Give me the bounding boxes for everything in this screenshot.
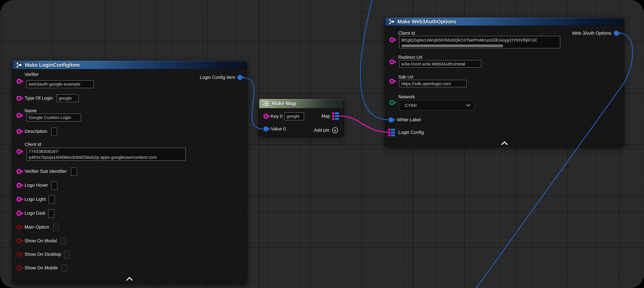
string-pin-logo-light[interactable] <box>16 197 22 202</box>
string-pin-sdk-url[interactable] <box>390 79 394 84</box>
node-header[interactable]: Make Map <box>259 99 343 108</box>
type-of-login-input[interactable]: google <box>56 94 78 102</box>
string-pin-verifier-sub-identifier[interactable] <box>16 169 22 174</box>
logo-light-input[interactable] <box>49 195 55 204</box>
string-pin-logo-hover[interactable] <box>16 183 22 188</box>
chevron-down-icon <box>466 104 470 107</box>
object-pin-white-label[interactable] <box>388 117 394 122</box>
string-pin-key0[interactable] <box>263 114 268 119</box>
pin-label-show-on-modal: Show On Modal <box>24 238 57 244</box>
main-option-checkbox[interactable] <box>53 224 59 231</box>
string-pin-description[interactable] <box>16 129 22 134</box>
node-make-loginconfigitem[interactable]: Make LoginConfigItem Verifier web3auth-g… <box>12 61 247 283</box>
string-pin-client-id[interactable] <box>390 37 394 42</box>
key0-input[interactable]: google <box>284 112 304 120</box>
name-input[interactable]: Google Custom Login <box>26 114 81 121</box>
pin-label-type-of-login: Type Of Login <box>24 95 53 101</box>
pin-label-network: Network <box>398 94 415 100</box>
blueprint-viewport: Make LoginConfigItem Verifier web3auth-g… <box>0 0 644 288</box>
string-pin-verifier[interactable] <box>16 79 22 84</box>
pin-label-key0: Key 0 <box>271 114 282 119</box>
output-pin-web3auth-options[interactable] <box>614 31 619 36</box>
sdk-url-input[interactable]: https://sdk.openlogin.com <box>399 80 466 87</box>
pin-label-name: Name <box>24 108 37 114</box>
bool-pin-main-option[interactable] <box>16 225 22 230</box>
verifier-sub-identifier-input[interactable] <box>71 168 77 176</box>
node-title: Make Web3AuthOptions <box>398 19 456 25</box>
network-dropdown[interactable]: CYAN <box>399 100 475 111</box>
string-pin-redirect-url[interactable] <box>390 59 394 64</box>
pin-label-client-id: Client Id <box>398 31 415 36</box>
pin-label-logo-dark: Logo Dark <box>24 210 46 216</box>
node-title: Make Map <box>272 101 296 107</box>
bool-pin-show-on-desktop[interactable] <box>16 252 22 257</box>
pin-label-client-id: Client Id <box>24 142 41 147</box>
add-pin-button[interactable] <box>332 127 338 133</box>
pin-label-sdk-url: Sdk Url <box>398 74 413 80</box>
show-on-modal-checkbox[interactable] <box>60 237 66 245</box>
add-pin-label[interactable]: Add pin <box>314 127 329 133</box>
logo-dark-input[interactable] <box>48 209 54 218</box>
map-output-pin[interactable] <box>332 112 340 120</box>
pin-label-description: Description <box>24 129 47 134</box>
map-pin-login-config[interactable] <box>388 129 396 136</box>
object-pin-value0[interactable] <box>263 126 268 131</box>
pin-label-main-option: Main Option <box>24 224 49 230</box>
pin-label-redirect-url: Redirect Url <box>398 55 422 60</box>
pin-label-logo-light: Logo Light <box>24 196 46 202</box>
pin-label-show-on-desktop: Show On Desktop <box>24 251 61 257</box>
string-pin-client-id[interactable] <box>16 149 22 154</box>
enum-pin-network[interactable] <box>390 100 394 105</box>
show-on-desktop-checkbox[interactable] <box>64 251 70 258</box>
output-pin-label: Login Config Item <box>200 75 235 80</box>
show-on-mobile-checkbox[interactable] <box>61 264 67 272</box>
pin-label-verifier-sub-identifier: Verifier Sub Identifier <box>24 169 67 174</box>
string-pin-logo-dark[interactable] <box>16 211 22 216</box>
node-make-web3authoptions[interactable]: Make Web3AuthOptions Client Id Web 3Auth… <box>385 17 624 146</box>
collapse-chevron-icon[interactable] <box>501 141 508 145</box>
pin-label-logo-hover: Logo Hover <box>24 182 48 188</box>
node-header[interactable]: Make LoginConfigItem <box>12 61 247 69</box>
pin-label-map-out: Map <box>322 113 330 119</box>
make-struct-icon <box>16 62 22 68</box>
network-selected-value: CYAN <box>405 103 416 108</box>
pin-label-white-label: White Label <box>397 117 421 123</box>
logo-hover-input[interactable] <box>51 181 57 190</box>
client-id-scrollbar[interactable] <box>402 45 503 47</box>
pin-label-value0: Value 0 <box>271 126 286 132</box>
output-pin-login-config-item[interactable] <box>237 75 242 80</box>
output-pin-label: Web 3Auth Options <box>572 31 611 36</box>
description-input[interactable] <box>51 128 57 136</box>
node-make-map[interactable]: Make Map Key 0 google Map Value 0 Add pi… <box>259 99 344 136</box>
string-pin-type-of-login[interactable] <box>16 96 22 101</box>
bool-pin-show-on-modal[interactable] <box>16 238 22 243</box>
redirect-url-input[interactable]: w3a://com.w3a.Web3AuthUnreal <box>399 60 482 68</box>
pin-label-show-on-mobile: Show On Mobile <box>24 265 58 271</box>
pin-label-verifier: Verifier <box>24 72 38 77</box>
collapse-chevron-icon[interactable] <box>126 277 133 281</box>
client-id-input[interactable]: 774338308167- q463s7kpvja16l4l0kko3nb925… <box>26 148 186 161</box>
string-pin-name[interactable] <box>16 113 22 118</box>
verifier-input[interactable]: web3auth-google-example <box>26 80 94 88</box>
make-struct-icon <box>388 18 395 25</box>
bool-pin-show-on-mobile[interactable] <box>16 265 22 270</box>
node-title: Make LoginConfigItem <box>25 62 80 68</box>
node-header[interactable]: Make Web3AuthOptions <box>385 18 624 26</box>
pin-label-login-config: Login Config <box>398 130 424 135</box>
make-map-icon <box>262 100 269 107</box>
